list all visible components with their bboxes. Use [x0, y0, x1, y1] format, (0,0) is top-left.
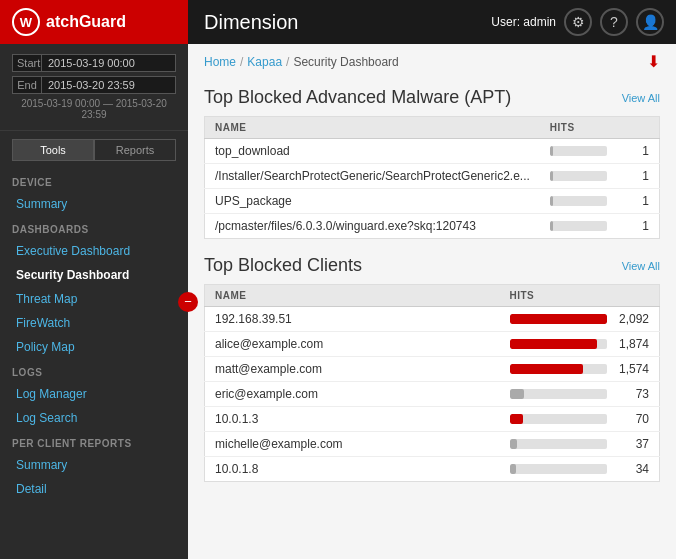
clients-title: Top Blocked Clients — [204, 255, 362, 276]
client-bar-fill — [510, 314, 608, 324]
header-controls: User: admin ⚙ ? 👤 — [491, 8, 676, 36]
client-hit-count: 34 — [613, 462, 649, 476]
sidebar-item-summary[interactable]: Summary — [0, 192, 188, 216]
sidebar-item-per-client-summary[interactable]: Summary — [0, 453, 188, 477]
client-row-hits: 70 — [500, 407, 660, 432]
table-row: matt@example.com 1,574 — [205, 357, 660, 382]
apt-view-all[interactable]: View All — [622, 92, 660, 104]
table-row: alice@example.com 1,874 — [205, 332, 660, 357]
apt-section: Top Blocked Advanced Malware (APT) View … — [188, 79, 676, 247]
clients-section-header: Top Blocked Clients View All — [204, 255, 660, 276]
pdf-icon[interactable]: ⬇ — [647, 52, 660, 71]
apt-hit-count: 1 — [613, 194, 649, 208]
sidebar-item-log-manager[interactable]: Log Manager — [0, 382, 188, 406]
client-row-name[interactable]: matt@example.com — [205, 357, 500, 382]
tools-tab[interactable]: Tools — [12, 139, 94, 161]
client-row-name[interactable]: eric@example.com — [205, 382, 500, 407]
client-bar-fill — [510, 339, 598, 349]
sidebar-item-log-search[interactable]: Log Search — [0, 406, 188, 430]
apt-table: NAME HITS top_download 1 /Installer/Sear… — [204, 116, 660, 239]
apt-bar-container — [550, 196, 607, 206]
client-bar-fill — [510, 364, 583, 374]
client-bar-container — [510, 314, 608, 324]
apt-row-name[interactable]: /Installer/SearchProtectGeneric/SearchPr… — [205, 164, 540, 189]
device-section-title: DEVICE — [0, 169, 188, 192]
client-row-hits: 1,574 — [500, 357, 660, 382]
sidebar-item-per-client-detail[interactable]: Detail — [0, 477, 188, 501]
table-row: 10.0.1.8 34 — [205, 457, 660, 482]
help-icon[interactable]: ? — [600, 8, 628, 36]
reports-tab[interactable]: Reports — [94, 139, 176, 161]
apt-hit-count: 1 — [613, 169, 649, 183]
client-hit-count: 2,092 — [613, 312, 649, 326]
client-row-hits: 37 — [500, 432, 660, 457]
apt-row-name[interactable]: UPS_package — [205, 189, 540, 214]
clients-view-all[interactable]: View All — [622, 260, 660, 272]
end-value[interactable]: 2015-03-20 23:59 — [42, 76, 176, 94]
user-icon[interactable]: 👤 — [636, 8, 664, 36]
client-row-hits: 1,874 — [500, 332, 660, 357]
client-row-name[interactable]: michelle@example.com — [205, 432, 500, 457]
apt-bar-container — [550, 146, 607, 156]
breadcrumb: Home / Kapaa / Security Dashboard ⬇ — [188, 44, 676, 79]
client-row-name[interactable]: 10.0.1.3 — [205, 407, 500, 432]
end-date-row: End 2015-03-20 23:59 — [12, 76, 176, 94]
client-bar-fill — [510, 414, 524, 424]
client-row-name[interactable]: 192.168.39.51 — [205, 307, 500, 332]
sidebar-item-security-dashboard[interactable]: Security Dashboard — [0, 263, 188, 287]
client-row-name[interactable]: 10.0.1.8 — [205, 457, 500, 482]
logo-icon: W — [12, 8, 40, 36]
user-label: User: admin — [491, 15, 556, 29]
sidebar-item-executive-dashboard[interactable]: Executive Dashboard — [0, 239, 188, 263]
sidebar-item-policy-map[interactable]: Policy Map — [0, 335, 188, 359]
apt-hit-count: 1 — [613, 219, 649, 233]
client-bar-container — [510, 339, 608, 349]
start-label: Start — [12, 54, 42, 72]
tab-section: Tools Reports — [12, 139, 176, 161]
apt-bar-fill — [550, 146, 553, 156]
date-range-section: Start 2015-03-19 00:00 End 2015-03-20 23… — [0, 44, 188, 131]
client-bar-container — [510, 414, 608, 424]
apt-row-hits: 1 — [540, 139, 660, 164]
client-row-hits: 34 — [500, 457, 660, 482]
apt-row-name[interactable]: /pcmaster/files/6.0.3.0/winguard.exe?skq… — [205, 214, 540, 239]
breadcrumb-kapaa[interactable]: Kapaa — [247, 55, 282, 69]
client-row-hits: 2,092 — [500, 307, 660, 332]
start-value[interactable]: 2015-03-19 00:00 — [42, 54, 176, 72]
sidebar-item-firewatch[interactable]: FireWatch — [0, 311, 188, 335]
dashboards-section-title: DASHBOARDS — [0, 216, 188, 239]
table-row: 10.0.1.3 70 — [205, 407, 660, 432]
client-hit-count: 73 — [613, 387, 649, 401]
logo-text: atchGuard — [46, 13, 126, 31]
settings-icon[interactable]: ⚙ — [564, 8, 592, 36]
client-bar-fill — [510, 464, 517, 474]
apt-bar-container — [550, 221, 607, 231]
apt-bar-fill — [550, 171, 553, 181]
apt-table-header: NAME HITS — [205, 117, 660, 139]
client-bar-container — [510, 464, 608, 474]
main-layout: Start 2015-03-19 00:00 End 2015-03-20 23… — [0, 44, 676, 559]
client-bar-container — [510, 389, 608, 399]
apt-title: Top Blocked Advanced Malware (APT) — [204, 87, 511, 108]
app-title: Dimension — [204, 11, 491, 34]
date-range-text: 2015-03-19 00:00 — 2015-03-20 23:59 — [12, 98, 176, 120]
table-row: /pcmaster/files/6.0.3.0/winguard.exe?skq… — [205, 214, 660, 239]
apt-bar-container — [550, 171, 607, 181]
client-bar-container — [510, 439, 608, 449]
client-bar-container — [510, 364, 608, 374]
client-hit-count: 70 — [613, 412, 649, 426]
apt-row-name[interactable]: top_download — [205, 139, 540, 164]
breadcrumb-home[interactable]: Home — [204, 55, 236, 69]
table-row: UPS_package 1 — [205, 189, 660, 214]
client-bar-fill — [510, 389, 525, 399]
apt-section-header: Top Blocked Advanced Malware (APT) View … — [204, 87, 660, 108]
main-content: Home / Kapaa / Security Dashboard ⬇ Top … — [188, 44, 676, 559]
logo: W atchGuard — [0, 0, 188, 44]
logs-section-title: LOGS — [0, 359, 188, 382]
table-row: top_download 1 — [205, 139, 660, 164]
clients-table: NAME HITS 192.168.39.51 2,092 alice@exam… — [204, 284, 660, 482]
sidebar-collapse-btn[interactable]: − — [178, 292, 198, 312]
sidebar-item-threat-map[interactable]: Threat Map — [0, 287, 188, 311]
apt-row-hits: 1 — [540, 189, 660, 214]
client-row-name[interactable]: alice@example.com — [205, 332, 500, 357]
